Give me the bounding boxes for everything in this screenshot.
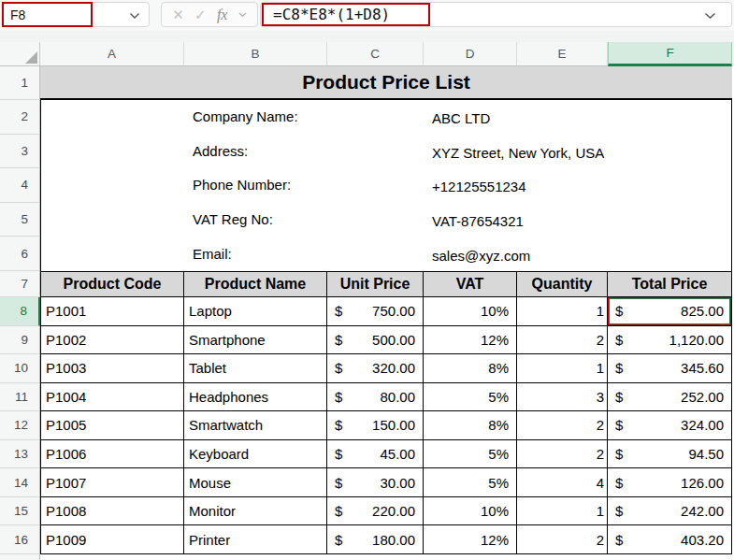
cell-total-price-14[interactable]: $126.00 (608, 468, 732, 497)
cell-product-code-11[interactable]: P1004 (40, 383, 184, 412)
column-header-b[interactable]: B (184, 42, 327, 66)
unit-price-value: 150.00 (372, 417, 415, 433)
row-header-6[interactable]: 6 (0, 237, 40, 271)
cell-product-code-10[interactable]: P1003 (40, 354, 184, 383)
column-header-c[interactable]: C (327, 42, 424, 66)
cell-vat-14[interactable]: 5% (424, 468, 517, 497)
row-header-4[interactable]: 4 (0, 168, 40, 203)
row-header-14[interactable]: 14 (0, 468, 40, 497)
company-info-cell-5[interactable]: VAT Reg No:VAT-87654321 (40, 203, 732, 237)
cell-product-name-11[interactable]: Headphones (184, 383, 327, 412)
column-header-f[interactable]: F (608, 42, 732, 66)
row-header-10[interactable]: 10 (0, 354, 40, 383)
cell-product-name-12[interactable]: Smartwatch (184, 411, 327, 440)
cell-product-code-9[interactable]: P1002 (40, 326, 184, 355)
row-header-16[interactable]: 16 (0, 525, 40, 554)
cell-unit-price-15[interactable]: $220.00 (327, 497, 424, 526)
cell-vat-10[interactable]: 8% (424, 354, 517, 383)
cancel-icon[interactable]: ✕ (172, 7, 184, 22)
row-header-13[interactable]: 13 (0, 440, 40, 469)
insert-function-dropdown-icon[interactable] (238, 12, 247, 18)
cell-total-price-9[interactable]: $1,120.00 (608, 326, 732, 355)
cell-product-name-16[interactable]: Printer (184, 525, 327, 554)
cell-unit-price-14[interactable]: $30.00 (327, 468, 424, 497)
cell-total-price-15[interactable]: $242.00 (608, 497, 732, 526)
company-info-cell-4[interactable]: Phone Number:+12125551234 (40, 168, 732, 203)
cell-unit-price-9[interactable]: $500.00 (327, 326, 424, 355)
select-all-corner[interactable] (0, 42, 40, 66)
table-header-total-price[interactable]: Total Price (608, 271, 732, 297)
cell-quantity-8[interactable]: 1 (517, 297, 608, 326)
cell-unit-price-16[interactable]: $180.00 (327, 525, 424, 554)
company-info-cell-6[interactable]: Email:sales@xyz.com (40, 237, 732, 271)
select-all-triangle-icon (25, 51, 37, 64)
cell-product-name-13[interactable]: Keyboard (184, 440, 327, 469)
cell-product-name-14[interactable]: Mouse (184, 468, 327, 497)
cell-quantity-14[interactable]: 4 (517, 468, 608, 497)
cell-total-price-13[interactable]: $94.50 (608, 440, 732, 469)
cell-product-code-13[interactable]: P1006 (40, 440, 184, 469)
row-header-3[interactable]: 3 (0, 135, 40, 169)
cell-vat-11[interactable]: 5% (424, 383, 517, 412)
row-header-7[interactable]: 7 (0, 271, 40, 297)
cell-vat-12[interactable]: 8% (424, 411, 517, 440)
company-info-cell-2[interactable]: Company Name:ABC LTD (40, 100, 732, 135)
table-header-quantity[interactable]: Quantity (517, 271, 608, 297)
row-header-1[interactable]: 1 (0, 66, 40, 100)
cell-quantity-16[interactable]: 2 (517, 525, 608, 554)
cell-vat-8[interactable]: 10% (424, 297, 517, 326)
cell-quantity-11[interactable]: 3 (517, 383, 608, 412)
row-header-8[interactable]: 8 (0, 297, 40, 326)
cell-total-price-11[interactable]: $252.00 (608, 383, 732, 412)
cell-product-code-8[interactable]: P1001 (40, 297, 184, 326)
cell-vat-9[interactable]: 12% (424, 326, 517, 355)
insert-function-icon[interactable]: fx (217, 7, 228, 22)
cell-product-name-15[interactable]: Monitor (184, 497, 327, 526)
cell-product-code-12[interactable]: P1005 (40, 411, 184, 440)
table-header-product-name[interactable]: Product Name (184, 271, 327, 297)
column-header-a[interactable]: A (40, 42, 184, 66)
column-header-d[interactable]: D (424, 42, 517, 66)
cell-quantity-12[interactable]: 2 (517, 411, 608, 440)
cell-unit-price-10[interactable]: $320.00 (327, 354, 424, 383)
row-header-9[interactable]: 9 (0, 326, 40, 355)
table-header-product-code[interactable]: Product Code (40, 271, 184, 297)
cell-total-price-12[interactable]: $324.00 (608, 411, 732, 440)
table-header-vat[interactable]: VAT (424, 271, 517, 297)
cell-quantity-15[interactable]: 1 (517, 497, 608, 526)
name-box[interactable]: F8 (2, 2, 150, 27)
cell-unit-price-13[interactable]: $45.00 (327, 440, 424, 469)
row-header-5[interactable]: 5 (0, 203, 40, 237)
row-header-15[interactable]: 15 (0, 497, 40, 526)
cell-unit-price-11[interactable]: $80.00 (327, 383, 424, 412)
cell-quantity-13[interactable]: 2 (517, 440, 608, 469)
cell-product-name-9[interactable]: Smartphone (184, 326, 327, 355)
formula-input[interactable]: =C8*E8*(1+D8) (260, 2, 732, 27)
column-header-e[interactable]: E (517, 42, 608, 66)
enter-icon[interactable]: ✓ (194, 7, 207, 22)
cell-product-name-8[interactable]: Laptop (184, 297, 327, 326)
row-header-17-partial[interactable] (0, 554, 40, 560)
cell-product-code-16[interactable]: P1009 (40, 525, 184, 554)
formula-bar-expand-icon[interactable] (704, 12, 716, 20)
row-header-2[interactable]: 2 (0, 100, 40, 135)
cell-vat-16[interactable]: 12% (424, 525, 517, 554)
name-box-dropdown-icon[interactable] (129, 12, 140, 20)
company-info-cell-3[interactable]: Address:XYZ Street, New York, USA (40, 135, 732, 169)
cell-product-name-10[interactable]: Tablet (184, 354, 327, 383)
table-header-unit-price[interactable]: Unit Price (327, 271, 424, 297)
cell-unit-price-12[interactable]: $150.00 (327, 411, 424, 440)
cell-total-price-8[interactable]: $825.00 (608, 297, 732, 326)
cell-quantity-9[interactable]: 2 (517, 326, 608, 355)
cell-product-code-15[interactable]: P1008 (40, 497, 184, 526)
cell-vat-13[interactable]: 5% (424, 440, 517, 469)
row-header-11[interactable]: 11 (0, 383, 40, 412)
cell-quantity-10[interactable]: 1 (517, 354, 608, 383)
cell-product-code-14[interactable]: P1007 (40, 468, 184, 497)
row-header-12[interactable]: 12 (0, 411, 40, 440)
cell-total-price-10[interactable]: $345.60 (608, 354, 732, 383)
cell-unit-price-8[interactable]: $750.00 (327, 297, 424, 326)
sheet-title-cell[interactable]: Product Price List (40, 66, 732, 100)
cell-total-price-16[interactable]: $403.20 (608, 525, 732, 554)
cell-vat-15[interactable]: 10% (424, 497, 517, 526)
